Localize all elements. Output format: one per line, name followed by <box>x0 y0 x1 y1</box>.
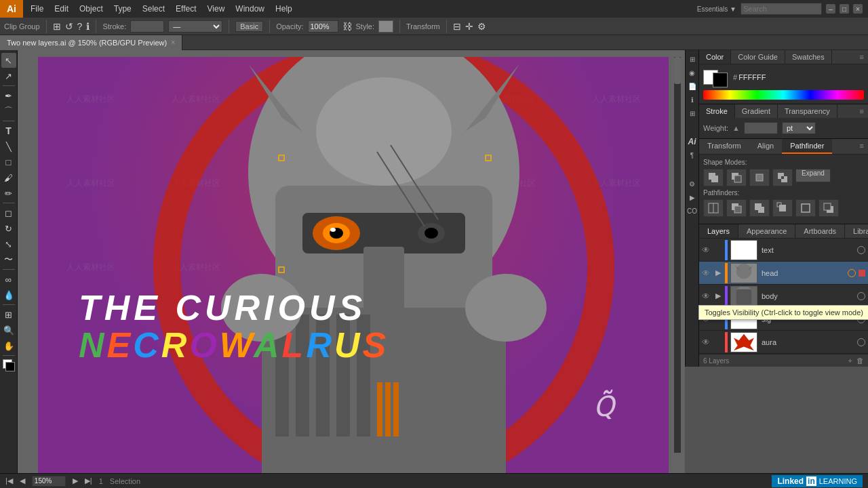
layer-vis-text[interactable]: 👁 <box>699 239 713 262</box>
next-artboard-button[interactable]: ▶| <box>85 476 92 485</box>
trim-button[interactable] <box>726 199 747 217</box>
gear2-icon[interactable]: ⚙ <box>686 178 698 190</box>
layer-target-text[interactable] <box>857 246 865 254</box>
layer-row-aura[interactable]: 👁 aura <box>699 331 868 354</box>
prev-page-button[interactable]: ◀ <box>20 476 25 485</box>
eyedropper-tool[interactable]: 💧 <box>1 287 16 302</box>
play-icon[interactable]: ▶ <box>686 191 698 203</box>
layer-vis-body[interactable]: 👁 <box>699 285 713 308</box>
intersect-button[interactable] <box>749 169 770 186</box>
opacity-input[interactable] <box>308 20 338 33</box>
document-icon[interactable]: 📄 <box>686 80 698 92</box>
help-icon[interactable]: ? <box>77 21 83 32</box>
menu-edit[interactable]: Edit <box>50 2 73 16</box>
crop-button[interactable] <box>772 199 793 217</box>
color-gradient-bar[interactable] <box>703 90 864 100</box>
menu-help[interactable]: Help <box>271 2 297 16</box>
menu-window[interactable]: Window <box>231 2 269 16</box>
tab-appearance[interactable]: Appearance <box>738 224 795 238</box>
document-tab[interactable]: Two new layers.ai @ 150% (RGB/GPU Previe… <box>0 35 182 50</box>
stroke-panel-menu[interactable]: ≡ <box>856 104 868 118</box>
background-swatch[interactable] <box>713 73 728 87</box>
menu-view[interactable]: View <box>203 2 230 16</box>
tab-close-button[interactable]: × <box>171 39 175 46</box>
tab-artboards[interactable]: Artboards <box>795 224 845 238</box>
layer-vis-aura[interactable]: 👁 <box>699 331 713 354</box>
pencil-tool[interactable]: ✏ <box>1 186 16 201</box>
weight-input[interactable] <box>744 122 778 134</box>
layer-arrow-head[interactable]: ▶ <box>713 262 724 285</box>
tab-stroke[interactable]: Stroke <box>699 104 735 118</box>
tab-transform[interactable]: Transform <box>699 139 749 154</box>
properties-icon[interactable]: ⊞ <box>686 53 698 65</box>
warp-tool[interactable]: 〜 <box>1 252 16 267</box>
pen-tool[interactable]: ✒ <box>1 88 16 103</box>
tab-color-guide[interactable]: Color Guide <box>731 50 785 64</box>
paragraph-icon[interactable]: ¶ <box>686 149 698 161</box>
prev-artboard-button[interactable]: |◀ <box>5 476 13 485</box>
menu-file[interactable]: File <box>26 2 48 16</box>
zoom-input[interactable] <box>32 476 66 487</box>
link-icon[interactable]: ⛓ <box>342 21 352 32</box>
eraser-tool[interactable]: ◻ <box>1 205 16 220</box>
color-panel-menu[interactable]: ≡ <box>856 50 868 64</box>
search-input[interactable] <box>741 3 822 15</box>
info2-icon[interactable]: ℹ <box>686 94 698 106</box>
transform-icon[interactable]: ⊞ <box>53 21 61 32</box>
chain-icon[interactable]: CO <box>686 205 698 217</box>
divide-button[interactable] <box>703 199 724 217</box>
line-tool[interactable]: ╲ <box>1 139 16 154</box>
paintbrush-tool[interactable]: 🖌 <box>1 170 16 185</box>
minimize-button[interactable]: – <box>826 4 835 14</box>
stroke-weight-select[interactable]: — <box>168 20 222 33</box>
minus-front-button[interactable] <box>726 169 747 186</box>
curvature-tool[interactable]: ⌒ <box>1 104 16 119</box>
scale-tool[interactable]: ⤡ <box>1 237 16 251</box>
ai-label[interactable]: Ai <box>686 136 698 148</box>
unite-button[interactable] <box>703 169 724 186</box>
blend-tool[interactable]: ∞ <box>1 272 16 287</box>
zoom-tool[interactable]: 🔍 <box>1 323 16 338</box>
fill-stroke-colors[interactable] <box>1 358 16 375</box>
exclude-button[interactable] <box>772 169 793 186</box>
outline-button[interactable] <box>795 199 816 217</box>
artboard-tool[interactable]: ⊞ <box>1 307 16 322</box>
tab-pathfinder[interactable]: Pathfinder <box>782 139 832 154</box>
settings-icon[interactable]: ⚙ <box>477 21 486 32</box>
layer-target-aura[interactable] <box>857 338 865 346</box>
layer-row-body[interactable]: 👁 ▶ body <box>699 285 868 308</box>
tab-libraries[interactable]: Libraries <box>845 224 868 238</box>
tab-align[interactable]: Align <box>749 139 782 154</box>
arrange-icon[interactable]: ⊟ <box>453 21 461 32</box>
profile-icon[interactable]: ◉ <box>686 66 698 79</box>
type-tool[interactable]: T <box>1 123 16 138</box>
layer-row-head[interactable]: 👁 ▶ head <box>699 262 868 285</box>
shape-tool[interactable]: □ <box>1 155 16 169</box>
weight-unit-select[interactable]: pt <box>782 122 816 134</box>
layer-target-head[interactable] <box>848 269 856 277</box>
menu-effect[interactable]: Effect <box>171 2 201 16</box>
vertical-scrollbar[interactable] <box>674 57 681 453</box>
tab-swatches[interactable]: Swatches <box>785 50 832 64</box>
tab-gradient[interactable]: Gradient <box>735 104 778 118</box>
add-layer-button[interactable]: + <box>848 357 852 365</box>
hand-tool[interactable]: ✋ <box>1 338 16 353</box>
direct-selection-tool[interactable]: ↗ <box>1 68 16 83</box>
pathfinder-menu[interactable]: ≡ <box>856 139 868 154</box>
scrollbar-thumb[interactable] <box>674 57 681 84</box>
stroke-color-input[interactable] <box>130 20 164 33</box>
menu-object[interactable]: Object <box>75 2 108 16</box>
merge-button[interactable] <box>749 199 770 217</box>
style-swatch[interactable] <box>378 20 393 33</box>
selection-tool[interactable]: ↖ <box>1 53 16 68</box>
expand-button[interactable]: Expand <box>795 169 831 182</box>
menu-type[interactable]: Type <box>109 2 136 16</box>
info-icon[interactable]: ℹ <box>86 21 90 32</box>
next-page-button[interactable]: ▶ <box>73 476 78 485</box>
delete-layer-button[interactable]: 🗑 <box>856 357 864 365</box>
grid-icon[interactable]: ⊞ <box>686 107 698 119</box>
tab-color[interactable]: Color <box>699 50 731 64</box>
weight-up-icon[interactable]: ▲ <box>732 124 740 132</box>
move-icon[interactable]: ✛ <box>465 21 473 32</box>
rotate-icon[interactable]: ↺ <box>65 21 73 32</box>
